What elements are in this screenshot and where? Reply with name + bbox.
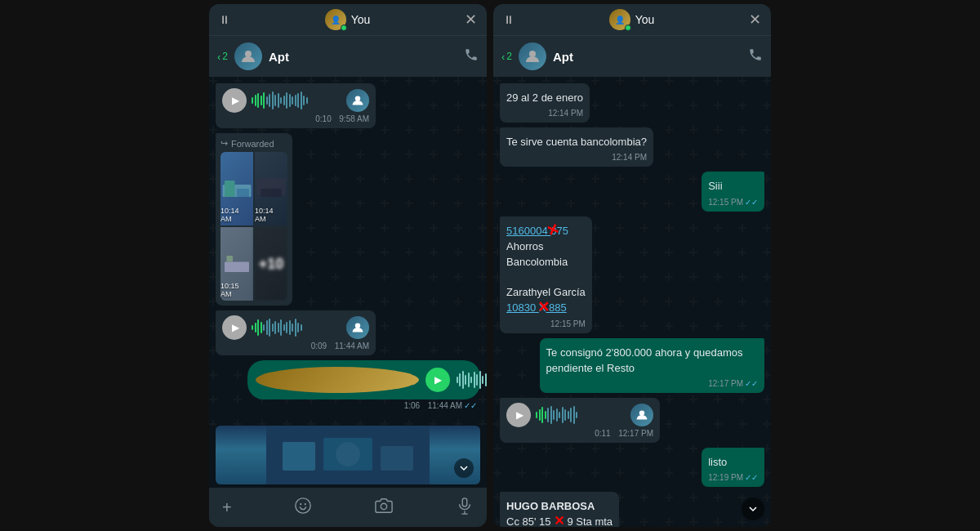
account-id[interactable]: 10830 X✕ 885 (506, 301, 567, 314)
account-number[interactable]: 5160004 075✕ (506, 225, 568, 237)
msg-bank-content: 5160004 075✕ Ahorros Bancolombia Zarathy… (506, 221, 586, 318)
msg-date-text: 29 al 2 de enero 12:14 PM (500, 83, 590, 123)
right-scroll-down[interactable] (742, 498, 764, 520)
right-chat-title: Apt (553, 50, 742, 64)
play-icon: ▶ (232, 95, 239, 106)
left-bottom-bar: + (209, 488, 487, 527)
voice-bubble-right: ▶ (506, 403, 653, 427)
right-user-info: 👤 You (609, 9, 655, 30)
right-avatar: 👤 (609, 9, 630, 30)
left-top-bar: ⏸ 👤 You ✕ (209, 4, 487, 35)
svg-point-0 (245, 51, 252, 57)
msg-hugo-cc: Cc 85' 15 X ✕ 9 Sta mta (506, 515, 612, 527)
back-chevron-icon: ‹ (217, 51, 220, 63)
msg-bancolombia-question: Te sirve cuenta bancolombia? 12:14 PM (500, 127, 653, 167)
voice-sender-avatar (346, 89, 369, 112)
grid-image-3[interactable]: 10:15 AM (220, 227, 253, 301)
right-group-avatar (519, 42, 546, 70)
voice-avatar-right (630, 404, 653, 426)
svg-rect-4 (237, 189, 249, 197)
svg-rect-7 (225, 262, 249, 273)
image-timestamp-1: 10:14 AM (220, 207, 250, 223)
play-button-2[interactable]: ▶ (222, 315, 247, 340)
msg-text-2: Te sirve cuenta bancolombia? (506, 136, 647, 148)
right-back-count: 2 (506, 51, 512, 62)
play-icon-2: ▶ (232, 322, 239, 333)
scroll-down-button[interactable] (454, 458, 474, 478)
left-messages-area: ▶ (209, 77, 487, 426)
play-button-sent[interactable]: ▶ (425, 368, 450, 392)
svg-point-9 (355, 323, 360, 328)
right-chat-header: ‹ 2 Apt (493, 35, 771, 77)
right-call-icon[interactable] (748, 47, 763, 65)
msg-hugo-content: HUGO BARBOSA Cc 85' 15 X ✕ 9 Sta mta (506, 497, 612, 527)
right-mic-dot (625, 25, 631, 31)
back-button[interactable]: ‹ 2 (217, 51, 228, 63)
play-btn-right[interactable]: ▶ (506, 403, 531, 427)
check-listo: ✓✓ (745, 473, 758, 482)
msg-time: 12:14 PM (506, 109, 583, 118)
thumb-preview[interactable] (216, 426, 480, 484)
msg-consigno-text: Te consignó 2'800.000 ahora y quedamos p… (546, 346, 743, 374)
msg-content: 29 al 2 de enero (506, 88, 583, 107)
sent-voice-bubble: ▶ (247, 360, 480, 410)
voice-message-2: ▶ (216, 310, 376, 355)
msg-hugo: HUGO BARBOSA Cc 85' 15 X ✕ 9 Sta mta 12:… (500, 492, 619, 527)
msg-text: 29 al 2 de enero (506, 91, 583, 104)
msg-listo-text: listo (708, 456, 727, 468)
back-count: 2 (222, 51, 228, 62)
right-top-bar: ⏸ 👤 You ✕ (493, 4, 771, 35)
user-label: You (351, 13, 371, 26)
forwarded-images-bubble: ↪ Forwarded 10:14 AM 10:14 AM (216, 133, 292, 306)
time: 9:58 AM (339, 114, 369, 123)
call-icon[interactable] (464, 47, 479, 65)
right-close-button[interactable]: ✕ (749, 11, 761, 29)
time-2: 11:44 AM (335, 341, 369, 350)
voice-bubble-2: ▶ (222, 315, 369, 340)
message-time: 0:10 9:58 AM (222, 114, 369, 123)
sent-duration: 1:06 (404, 401, 420, 410)
waveform-sent (457, 370, 487, 390)
voice-time-right: 0:11 12:17 PM (506, 429, 653, 438)
msg-time-3: 12:15 PM ✓✓ (708, 198, 758, 207)
svg-rect-13 (381, 446, 413, 471)
mic-icon[interactable] (456, 497, 474, 519)
msg-bank-info: 5160004 075✕ Ahorros Bancolombia Zarathy… (500, 216, 592, 333)
svg-rect-19 (462, 498, 467, 506)
msg-hugo-text: HUGO BARBOSA (506, 500, 595, 512)
svg-point-15 (296, 498, 310, 512)
screen-wrapper: ⏸ 👤 You ✕ ‹ 2 Apt (0, 0, 980, 531)
duration: 0:10 (315, 114, 331, 123)
play-icon-sent: ▶ (434, 374, 442, 386)
emoji-icon[interactable] (294, 497, 312, 519)
grid-image-2[interactable]: 10:14 AM (255, 152, 287, 225)
time-val-3: 12:15 PM (708, 198, 743, 207)
user-info: 👤 You (325, 9, 371, 30)
plus-icon[interactable]: + (222, 498, 232, 517)
svg-rect-8 (227, 256, 234, 262)
msg-time-bank: 12:15 PM (506, 319, 586, 328)
waveform-2 (252, 318, 341, 337)
sent-voice-inner: ▶ (247, 360, 480, 399)
play-icon-right: ▶ (516, 409, 523, 421)
sent-voice-time: 1:06 11:44 AM ✓✓ (247, 401, 480, 410)
grid-image-1[interactable]: 10:14 AM (220, 152, 253, 225)
forwarded-label: ↪ Forwarded (220, 138, 287, 149)
right-pause-icon[interactable]: ⏸ (503, 13, 514, 26)
avatar: 👤 (325, 9, 346, 30)
right-back-chevron-icon: ‹ (501, 51, 505, 63)
voice-message-1: ▶ (216, 83, 376, 128)
forward-icon: ↪ (220, 138, 228, 149)
forwarded-text: Forwarded (231, 139, 274, 149)
left-chat-header: ‹ 2 Apt (209, 35, 487, 77)
pause-icon[interactable]: ⏸ (219, 13, 230, 26)
right-back-button[interactable]: ‹ 2 (501, 51, 512, 63)
play-button[interactable]: ▶ (222, 88, 247, 113)
svg-point-17 (305, 503, 306, 505)
grid-image-more[interactable]: +10 (255, 227, 287, 301)
time-consigno: 12:17 PM (708, 379, 743, 388)
msg-content-2: Te sirve cuenta bancolombia? (506, 132, 647, 151)
image-timestamp-2: 10:14 AM (255, 207, 284, 223)
close-button[interactable]: ✕ (465, 11, 477, 29)
camera-icon[interactable] (375, 497, 393, 519)
